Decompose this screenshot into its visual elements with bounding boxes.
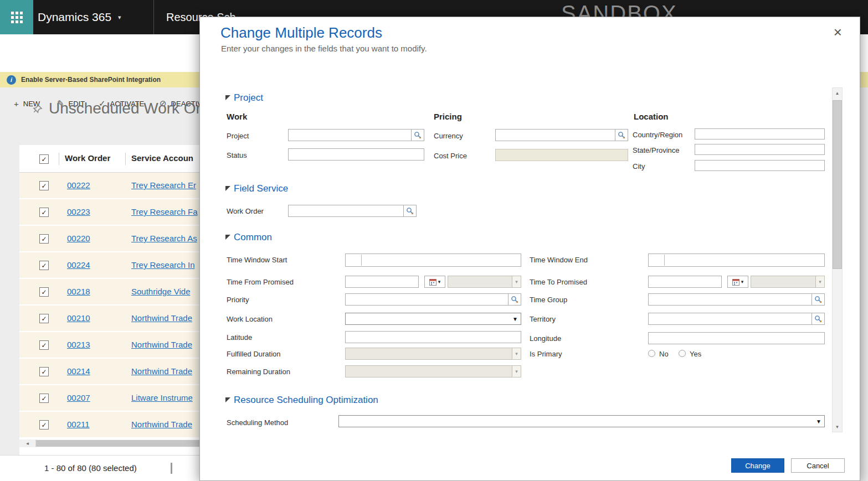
work-order-link[interactable]: 00213	[67, 340, 90, 349]
section-title: Field Service	[234, 183, 288, 194]
scheduling-method-label: Scheduling Method	[227, 418, 288, 427]
time-from-promised-datepicker-button[interactable]: ▾	[424, 276, 445, 288]
dialog-subtitle: Enter your changes in the fields that yo…	[221, 44, 427, 53]
work-order-link[interactable]: 00222	[67, 180, 90, 190]
row-checkbox[interactable]: ✓	[39, 287, 49, 297]
work-order-input[interactable]	[288, 205, 404, 217]
time-to-promised-label: Time To Promised	[530, 278, 587, 286]
time-group-input[interactable]	[648, 293, 812, 306]
service-account-link[interactable]: Trey Research Fa	[131, 207, 197, 216]
work-order-link[interactable]: 00224	[67, 260, 90, 270]
work-order-link[interactable]: 00211	[67, 420, 90, 429]
latitude-input[interactable]	[345, 331, 521, 343]
currency-label: Currency	[434, 132, 463, 140]
dropdown-arrow-icon: ▼	[816, 418, 821, 425]
work-order-link[interactable]: 00220	[67, 234, 90, 243]
scheduling-method-dropdown[interactable]: ▼	[338, 415, 825, 427]
time-group-label: Time Group	[530, 296, 567, 304]
dialog-scrollbar[interactable]: ▲ ▼	[832, 87, 843, 432]
service-account-link[interactable]: Trey Research Er	[131, 180, 196, 190]
priority-input[interactable]	[345, 293, 509, 306]
project-lookup-field	[288, 129, 424, 141]
section-header-rso[interactable]: Resource Scheduling Optimization	[225, 395, 378, 406]
column-divider	[125, 153, 126, 165]
project-input[interactable]	[288, 129, 412, 141]
scroll-up-icon[interactable]: ▲	[833, 88, 842, 98]
country-input[interactable]	[695, 128, 825, 139]
column-header-service-account[interactable]: Service Accoun	[131, 153, 193, 163]
currency-lookup-button[interactable]	[615, 129, 628, 141]
column-header-work-order[interactable]: Work Order	[65, 153, 110, 163]
app-launcher-button[interactable]	[0, 0, 33, 34]
check-icon: ✓	[41, 288, 47, 296]
service-account-link[interactable]: Trey Research As	[131, 234, 197, 243]
service-account-link[interactable]: Trey Research In	[131, 260, 195, 270]
time-to-promised-input[interactable]	[648, 276, 722, 288]
priority-lookup-button[interactable]	[508, 293, 521, 306]
is-primary-radio-yes[interactable]	[679, 350, 686, 357]
row-checkbox[interactable]: ✓	[39, 340, 49, 350]
section-header-common[interactable]: Common	[225, 232, 272, 243]
time-window-end-input[interactable]	[648, 254, 825, 267]
work-order-link[interactable]: 00218	[67, 287, 90, 296]
project-lookup-button[interactable]	[411, 129, 424, 141]
row-checkbox[interactable]: ✓	[39, 420, 49, 430]
section-header-project[interactable]: Project	[225, 92, 263, 104]
horizontal-scrollbar-thumb[interactable]	[36, 440, 201, 447]
work-order-link[interactable]: 00207	[67, 393, 90, 402]
status-input[interactable]	[288, 148, 424, 161]
row-checkbox[interactable]: ✓	[39, 261, 49, 270]
territory-lookup-button[interactable]	[811, 313, 825, 325]
select-all-checkbox[interactable]: ✓	[39, 154, 49, 164]
work-order-link[interactable]: 00223	[67, 207, 90, 216]
city-input[interactable]	[695, 160, 825, 171]
section-header-field-service[interactable]: Field Service	[225, 183, 288, 194]
work-order-link[interactable]: 00214	[67, 366, 90, 376]
scroll-left-icon[interactable]: ◄	[19, 439, 36, 447]
work-order-label: Work Order	[227, 207, 264, 215]
time-window-start-input[interactable]	[345, 254, 521, 267]
is-primary-yes-label: Yes	[690, 350, 701, 358]
group-header-location: Location	[634, 112, 669, 121]
row-checkbox[interactable]: ✓	[39, 234, 49, 244]
currency-input[interactable]	[495, 129, 615, 141]
service-account-link[interactable]: Northwind Trade	[131, 340, 192, 349]
fulfilled-duration-combo: ▾	[345, 348, 521, 360]
is-primary-radio-no[interactable]	[648, 350, 655, 357]
lookup-magnifier-icon	[814, 296, 822, 303]
row-checkbox[interactable]: ✓	[39, 394, 49, 403]
scroll-down-icon[interactable]: ▼	[833, 422, 842, 432]
cancel-button[interactable]: Cancel	[791, 458, 845, 473]
time-group-lookup-button[interactable]	[811, 293, 825, 306]
territory-input[interactable]	[648, 313, 812, 325]
work-order-link[interactable]: 00210	[67, 313, 90, 323]
service-account-link[interactable]: Southridge Vide	[131, 287, 190, 296]
pin-icon[interactable]	[32, 103, 43, 114]
project-label: Project	[227, 132, 249, 140]
longitude-input[interactable]	[648, 332, 825, 344]
change-button[interactable]: Change	[731, 458, 784, 473]
work-order-lookup-button[interactable]	[403, 205, 417, 217]
info-glyph: i	[11, 76, 12, 83]
time-to-promised-datepicker-button[interactable]: ▾	[727, 276, 748, 288]
service-account-link[interactable]: Northwind Trade	[131, 313, 192, 323]
state-input[interactable]	[695, 144, 825, 155]
close-icon[interactable]: ×	[834, 25, 842, 39]
row-checkbox[interactable]: ✓	[39, 314, 49, 323]
service-account-link[interactable]: Northwind Trade	[131, 420, 192, 429]
app-title[interactable]: Dynamics 365 ▾	[38, 0, 121, 34]
service-account-link[interactable]: Northwind Trade	[131, 366, 192, 376]
time-from-promised-input[interactable]	[345, 276, 419, 288]
dialog-scrollbar-thumb[interactable]	[833, 100, 842, 269]
row-checkbox[interactable]: ✓	[39, 367, 49, 376]
status-label: Status	[227, 151, 247, 159]
row-checkbox[interactable]: ✓	[39, 181, 49, 190]
calendar-icon	[732, 278, 739, 286]
service-account-link[interactable]: Litware Instrume	[131, 393, 193, 402]
chevron-down-icon: ▾	[512, 365, 521, 377]
work-location-dropdown[interactable]: ▼	[345, 313, 521, 325]
check-icon: ✓	[41, 235, 47, 243]
row-checkbox[interactable]: ✓	[39, 208, 49, 217]
plus-icon: +	[14, 99, 19, 108]
collapse-icon	[225, 186, 230, 191]
